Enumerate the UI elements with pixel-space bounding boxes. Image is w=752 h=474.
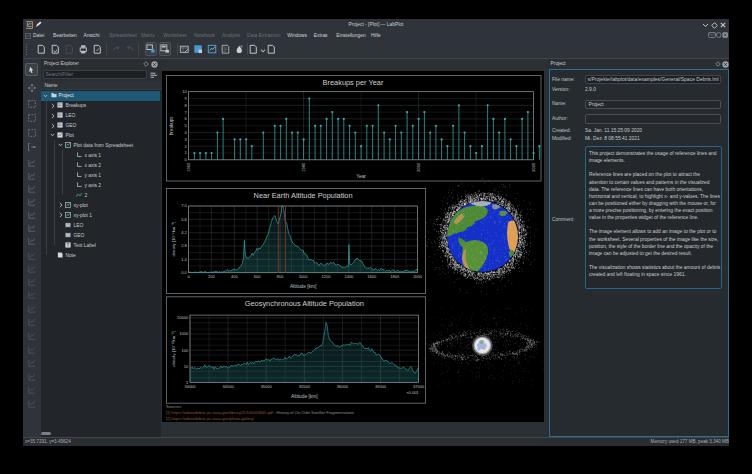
svg-text:[1] https://orbitaldebris.jsc.: [1] https://orbitaldebris.jsc.nasa.gov/l…: [166, 410, 354, 415]
svg-text:34000: 34000: [184, 384, 196, 389]
svg-text:Sources:: Sources:: [166, 404, 182, 409]
svg-text:1600: 1600: [367, 274, 377, 279]
svg-text:1960: 1960: [185, 162, 190, 172]
svg-text:1800: 1800: [390, 274, 400, 279]
svg-text:4.2: 4.2: [181, 230, 187, 235]
svg-text:Altitude [km]: Altitude [km]: [289, 284, 315, 289]
svg-text:35000: 35000: [260, 384, 272, 389]
svg-text:density [10⁻⁸km⁻³]: density [10⁻⁸km⁻³]: [171, 222, 176, 257]
svg-text:7.0: 7.0: [181, 203, 187, 208]
svg-text:Breakups per Year: Breakups per Year: [322, 78, 383, 87]
svg-text:density [10⁻¹²km⁻³]: density [10⁻¹²km⁻³]: [171, 331, 176, 367]
svg-text:1980: 1980: [300, 162, 305, 172]
svg-text:10000: 10000: [177, 315, 189, 320]
svg-text:Geosynchronous Altitude Popula: Geosynchronous Altitude Population: [244, 299, 363, 308]
svg-text:600: 600: [253, 274, 260, 279]
svg-text:200: 200: [208, 274, 215, 279]
svg-text:34500: 34500: [222, 384, 234, 389]
svg-text:36000: 36000: [336, 384, 348, 389]
svg-text:2000: 2000: [415, 162, 420, 172]
svg-text:35500: 35500: [298, 384, 310, 389]
svg-text:1200: 1200: [321, 274, 331, 279]
svg-text:36500: 36500: [374, 384, 386, 389]
svg-text:breakups: breakups: [169, 116, 174, 136]
svg-text:[2] https://orbitaldebris.jsc.: [2] https://orbitaldebris.jsc.nasa.gov/p…: [166, 416, 255, 421]
svg-text:10: 10: [183, 364, 188, 369]
svg-text:Altitude [km]: Altitude [km]: [291, 394, 317, 399]
svg-text:1000: 1000: [298, 274, 308, 279]
svg-text:×0.001: ×0.001: [406, 390, 419, 395]
svg-text:2.8: 2.8: [181, 243, 187, 248]
svg-text:Year: Year: [356, 174, 366, 179]
svg-text:2020: 2020: [530, 162, 535, 172]
svg-text:37000: 37000: [413, 384, 425, 389]
svg-text:800: 800: [276, 274, 283, 279]
svg-text:10: 10: [182, 89, 187, 94]
svg-text:2000: 2000: [413, 274, 423, 279]
svg-text:Near Earth Altitude Population: Near Earth Altitude Population: [253, 191, 352, 200]
svg-text:1000: 1000: [179, 331, 189, 336]
svg-text:1.4: 1.4: [181, 257, 187, 262]
svg-text:5.6: 5.6: [181, 217, 187, 222]
svg-text:1400: 1400: [344, 274, 354, 279]
svg-text:100: 100: [181, 348, 188, 353]
svg-text:400: 400: [230, 274, 237, 279]
